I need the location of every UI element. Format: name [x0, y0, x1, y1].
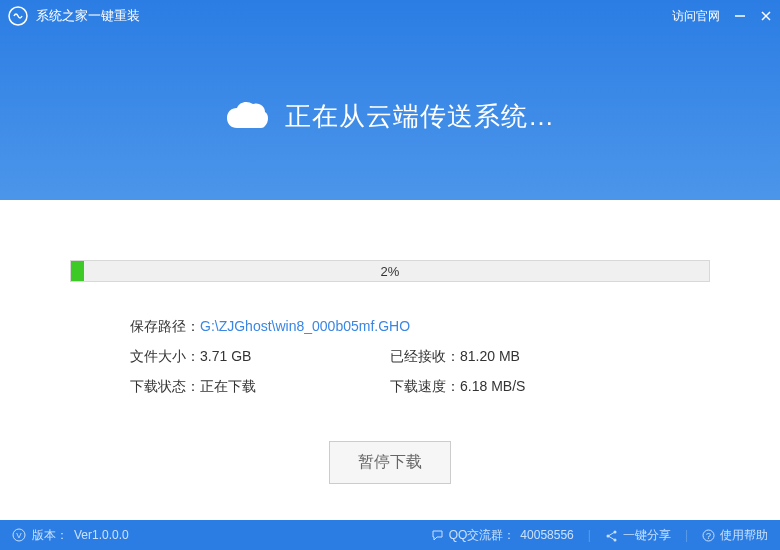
qq-value: 40058556: [520, 528, 573, 542]
file-size-row: 文件大小：3.71 GB: [130, 348, 390, 366]
status-label: 下载状态：: [130, 378, 200, 394]
pause-download-button[interactable]: 暂停下载: [329, 441, 451, 484]
titlebar: 系统之家一键重装 访问官网: [0, 0, 780, 32]
footer-separator: |: [685, 528, 688, 542]
cloud-icon: [225, 100, 271, 132]
speed-value: 6.18 MB/S: [460, 378, 525, 394]
help-link[interactable]: ? 使用帮助: [702, 527, 768, 544]
save-path-row: 保存路径：G:\ZJGhost\win8_000b05mf.GHO: [130, 318, 650, 336]
help-icon: ?: [702, 529, 715, 542]
svg-text:V: V: [16, 531, 22, 540]
progress-percent: 2%: [71, 261, 709, 281]
visit-website-link[interactable]: 访问官网: [672, 8, 720, 25]
version-label: 版本：: [32, 527, 68, 544]
version-icon: V: [12, 528, 26, 542]
qq-group-link[interactable]: QQ交流群：40058556: [431, 527, 574, 544]
share-link[interactable]: 一键分享: [605, 527, 671, 544]
footer-separator: |: [588, 528, 591, 542]
version-value: Ver1.0.0.0: [74, 528, 129, 542]
file-size-value: 3.71 GB: [200, 348, 251, 364]
status-row: 下载状态：正在下载: [130, 378, 390, 396]
progress-bar: 2%: [70, 260, 710, 282]
received-row: 已经接收：81.20 MB: [390, 348, 650, 366]
close-button[interactable]: [760, 10, 772, 22]
hero-text: 正在从云端传送系统…: [285, 99, 555, 134]
share-label: 一键分享: [623, 527, 671, 544]
help-label: 使用帮助: [720, 527, 768, 544]
svg-line-9: [609, 532, 614, 535]
minimize-button[interactable]: [734, 10, 746, 22]
chat-icon: [431, 529, 444, 542]
svg-line-10: [609, 536, 614, 539]
received-value: 81.20 MB: [460, 348, 520, 364]
file-size-label: 文件大小：: [130, 348, 200, 364]
app-title: 系统之家一键重装: [36, 7, 672, 25]
footer: V 版本：Ver1.0.0.0 QQ交流群：40058556 | 一键分享 | …: [0, 520, 780, 550]
save-path-label: 保存路径：: [130, 318, 200, 334]
save-path-value: G:\ZJGhost\win8_000b05mf.GHO: [200, 318, 410, 334]
hero-banner: 正在从云端传送系统…: [0, 32, 780, 200]
app-logo-icon: [8, 6, 28, 26]
share-icon: [605, 529, 618, 542]
svg-text:?: ?: [706, 531, 711, 541]
download-info: 保存路径：G:\ZJGhost\win8_000b05mf.GHO 文件大小：3…: [70, 318, 710, 396]
received-label: 已经接收：: [390, 348, 460, 364]
status-value: 正在下载: [200, 378, 256, 394]
qq-label: QQ交流群：: [449, 527, 516, 544]
speed-label: 下载速度：: [390, 378, 460, 394]
speed-row: 下载速度：6.18 MB/S: [390, 378, 650, 396]
